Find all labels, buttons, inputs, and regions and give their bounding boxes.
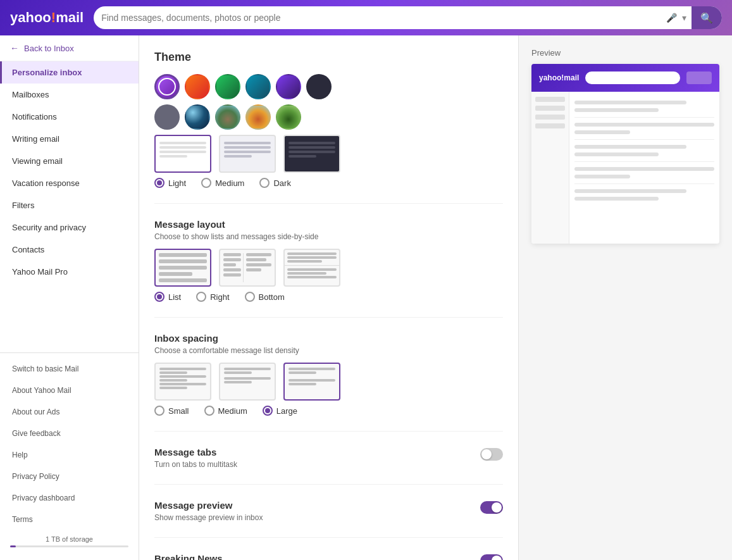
sidebar-item-pro[interactable]: Yahoo Mail Pro: [0, 261, 139, 283]
sidebar-item-security-label: Security and privacy: [12, 223, 86, 232]
layout-radio-list[interactable]: List: [154, 292, 181, 302]
spacing-card-medium[interactable]: [219, 363, 276, 401]
sidebar-item-filters-label: Filters: [12, 201, 34, 210]
sidebar-item-vacation-label: Vacation response: [12, 178, 80, 188]
search-input[interactable]: [101, 13, 661, 23]
mode-radio-medium-label: Medium: [215, 178, 244, 188]
preview-line-7: [574, 167, 714, 171]
sidebar-terms[interactable]: Terms: [0, 509, 139, 530]
sidebar-item-viewing[interactable]: Viewing email: [0, 150, 139, 172]
mic-icon[interactable]: 🎤: [666, 13, 677, 23]
layout-radio-right[interactable]: Right: [196, 292, 229, 302]
mode-card-dark[interactable]: [283, 135, 340, 173]
storage-bar: [10, 545, 128, 547]
mode-radio-light[interactable]: Light: [154, 178, 186, 188]
app-header: yahoo!mail 🎤 ▾ 🔍: [0, 0, 732, 35]
color-swatch-green[interactable]: [215, 74, 240, 99]
spacing-radio-small[interactable]: Small: [154, 406, 189, 416]
main-layout: ← Back to Inbox Personalize inbox Mailbo…: [0, 35, 732, 560]
sidebar-item-contacts-label: Contacts: [12, 245, 44, 254]
sidebar-about-ads[interactable]: About our Ads: [0, 401, 139, 423]
color-swatch-gray[interactable]: [154, 104, 180, 130]
sidebar-help[interactable]: Help: [0, 444, 139, 466]
mode-radio-light-circle: [154, 178, 164, 188]
preview-nav-sidebar: [531, 92, 569, 244]
color-swatch-dark[interactable]: [306, 74, 332, 99]
color-swatch-orange[interactable]: [185, 74, 210, 99]
color-swatch-purple[interactable]: [154, 74, 180, 99]
spacing-radio-medium[interactable]: Medium: [204, 406, 247, 416]
mode-radio-dark[interactable]: Dark: [259, 178, 290, 188]
divider-1: [154, 203, 503, 204]
spacing-card-small[interactable]: [154, 363, 211, 401]
sidebar-item-vacation[interactable]: Vacation response: [0, 172, 139, 194]
back-to-inbox-link[interactable]: ← Back to Inbox: [0, 35, 139, 61]
layout-radio-bottom-circle: [245, 292, 255, 302]
divider-4: [154, 484, 503, 485]
preview-line-4: [574, 130, 630, 134]
sidebar-item-notifications[interactable]: Notifications: [0, 106, 139, 128]
storage-fill: [10, 545, 16, 547]
sidebar-privacy-policy[interactable]: Privacy Policy: [0, 466, 139, 487]
storage-label: 1 TB of storage: [10, 535, 128, 543]
layout-radio-list-label: List: [168, 292, 181, 302]
chevron-down-icon[interactable]: ▾: [682, 13, 686, 23]
logo-exclamation: !: [51, 9, 56, 25]
sidebar-item-personalize[interactable]: Personalize inbox: [0, 61, 139, 84]
theme-section-title: Theme: [154, 51, 503, 64]
mode-card-light[interactable]: [154, 135, 211, 173]
layout-card-right[interactable]: [219, 249, 276, 287]
sidebar-item-pro-label: Yahoo Mail Pro: [12, 267, 68, 277]
preview-toggle-knob: [492, 502, 502, 513]
color-swatch-sunset[interactable]: [245, 104, 271, 130]
sidebar-about-yahoo[interactable]: About Yahoo Mail: [0, 380, 139, 401]
color-swatch-forest[interactable]: [276, 104, 301, 130]
message-preview-row: Message preview Show message preview in …: [154, 500, 503, 522]
preview-panel: Preview yahoo!mail: [519, 35, 732, 560]
divider-2: [154, 317, 503, 318]
sidebar-privacy-dashboard[interactable]: Privacy dashboard: [0, 487, 139, 509]
breaking-news-info: Breaking News Show Breaking News module …: [154, 553, 480, 560]
search-button[interactable]: 🔍: [692, 6, 722, 29]
color-swatch-violet[interactable]: [276, 74, 301, 99]
preview-window: yahoo!mail: [531, 64, 719, 244]
settings-panel: Theme: [139, 35, 519, 560]
preview-line-2: [574, 108, 659, 112]
sidebar-feedback[interactable]: Give feedback: [0, 423, 139, 444]
preview-body: [531, 92, 719, 244]
breaking-toggle[interactable]: [480, 554, 503, 560]
layout-card-list[interactable]: [154, 249, 211, 287]
color-swatch-teal[interactable]: [245, 74, 271, 99]
spacing-cards: [154, 363, 503, 401]
divider-5: [154, 537, 503, 538]
preview-compose-btn: [686, 72, 712, 84]
sidebar-item-filters[interactable]: Filters: [0, 194, 139, 216]
layout-card-bottom[interactable]: [283, 249, 340, 287]
search-bar-icons: 🎤 ▾: [666, 13, 686, 23]
mode-card-medium[interactable]: [219, 135, 276, 173]
layout-cards: [154, 249, 503, 287]
layout-radio-bottom[interactable]: Bottom: [245, 292, 285, 302]
spacing-radio-large-label: Large: [276, 406, 297, 416]
mode-radio-medium[interactable]: Medium: [201, 178, 244, 188]
sidebar-item-security[interactable]: Security and privacy: [0, 216, 139, 239]
layout-desc: Choose to show lists and messages side-b…: [154, 232, 503, 241]
color-swatch-sky-blue[interactable]: [185, 104, 210, 130]
preview-line-6: [574, 152, 659, 156]
sidebar-item-mailboxes[interactable]: Mailboxes: [0, 84, 139, 106]
sidebar-item-writing[interactable]: Writing email: [0, 128, 139, 150]
preview-line-1: [574, 101, 686, 104]
preview-line-3: [574, 123, 714, 127]
color-swatch-landscape1[interactable]: [215, 104, 240, 130]
spacing-radio-large[interactable]: Large: [263, 406, 297, 416]
mode-radio-group: Light Medium Dark: [154, 178, 503, 188]
sidebar-item-personalize-label: Personalize inbox: [12, 68, 82, 77]
sidebar-switch-basic[interactable]: Switch to basic Mail: [0, 358, 139, 380]
spacing-card-large[interactable]: [283, 363, 340, 401]
sidebar-item-contacts[interactable]: Contacts: [0, 239, 139, 261]
preview-toggle[interactable]: [480, 501, 503, 514]
tabs-toggle[interactable]: [480, 448, 503, 461]
mode-cards: [154, 135, 503, 173]
sidebar: ← Back to Inbox Personalize inbox Mailbo…: [0, 35, 139, 560]
spacing-radio-medium-label: Medium: [218, 406, 247, 416]
